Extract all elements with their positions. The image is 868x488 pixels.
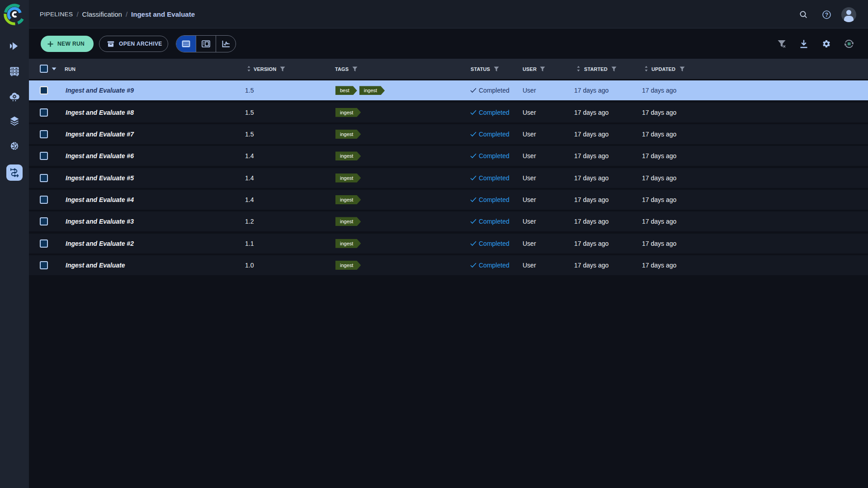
svg-text:?: ? [825, 12, 829, 18]
